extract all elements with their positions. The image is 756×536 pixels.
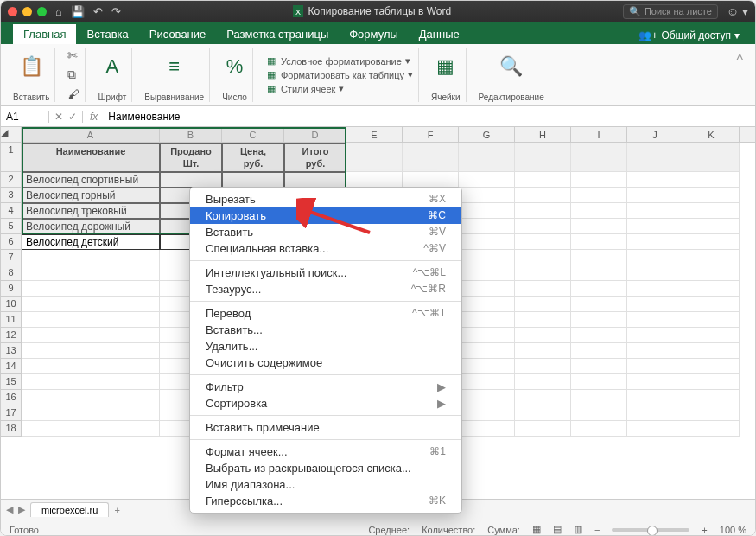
cell[interactable] xyxy=(403,172,459,188)
cell[interactable] xyxy=(515,234,571,250)
zoom-in-button[interactable]: + xyxy=(702,525,707,535)
cell[interactable] xyxy=(22,374,160,390)
save-icon[interactable]: 💾 xyxy=(71,5,85,18)
cell[interactable] xyxy=(683,234,740,250)
cell[interactable] xyxy=(22,359,160,374)
cell[interactable] xyxy=(459,219,515,234)
cell[interactable] xyxy=(571,405,627,421)
cell[interactable] xyxy=(222,172,284,188)
row-header[interactable]: 10 xyxy=(1,297,22,312)
zoom-out-button[interactable]: − xyxy=(594,525,600,535)
col-header[interactable]: C xyxy=(222,127,284,142)
tab-data[interactable]: Данные xyxy=(409,24,470,44)
menu-item[interactable]: Копировать⌘C xyxy=(190,207,461,224)
menu-item[interactable]: Формат ячеек...⌘1 xyxy=(190,443,461,460)
cell[interactable] xyxy=(459,234,515,250)
minimize-icon[interactable] xyxy=(22,7,32,16)
cell[interactable] xyxy=(22,297,160,312)
fx-icon[interactable]: fx xyxy=(83,111,105,123)
col-header[interactable]: K xyxy=(683,127,740,142)
cell[interactable] xyxy=(515,359,571,374)
cell[interactable] xyxy=(571,265,627,281)
cell[interactable] xyxy=(515,328,571,343)
tab-draw[interactable]: Рисование xyxy=(139,24,216,44)
cell[interactable] xyxy=(515,219,571,234)
cell[interactable] xyxy=(22,390,160,405)
cells-group[interactable]: ▦ Ячейки xyxy=(426,48,467,102)
cell[interactable] xyxy=(627,234,683,250)
cell[interactable] xyxy=(571,143,627,172)
cell[interactable] xyxy=(22,312,160,328)
cell[interactable] xyxy=(627,421,683,437)
cell[interactable] xyxy=(571,219,627,234)
cell[interactable] xyxy=(22,421,160,437)
row-header[interactable]: 8 xyxy=(1,265,22,281)
cell[interactable] xyxy=(459,172,515,188)
cell[interactable] xyxy=(627,281,683,297)
cell[interactable] xyxy=(683,390,740,405)
number-group[interactable]: % Число xyxy=(217,48,253,102)
cell[interactable] xyxy=(571,297,627,312)
cell[interactable] xyxy=(683,265,740,281)
share-button[interactable]: 👥+ Общий доступ ▾ xyxy=(632,27,746,44)
cell[interactable] xyxy=(515,250,571,265)
cell[interactable] xyxy=(627,265,683,281)
row-header[interactable]: 13 xyxy=(1,343,22,359)
cell[interactable] xyxy=(515,203,571,219)
cell[interactable]: Велосипед детский xyxy=(22,234,160,250)
paste-group[interactable]: 📋 Вставить xyxy=(8,48,55,102)
cell[interactable] xyxy=(627,359,683,374)
search-input[interactable]: 🔍 Поиск на листе xyxy=(623,4,718,19)
cell[interactable] xyxy=(515,281,571,297)
menu-item[interactable]: Очистить содержимое xyxy=(190,354,461,371)
align-group[interactable]: ≡ Выравнивание xyxy=(139,48,210,102)
cell[interactable] xyxy=(571,281,627,297)
row-header[interactable]: 6 xyxy=(1,234,22,250)
menu-item[interactable]: Вставить⌘V xyxy=(190,224,461,240)
sheet-nav-next[interactable]: ▶ xyxy=(18,504,25,515)
cell[interactable] xyxy=(284,172,346,188)
cell[interactable]: Наименование xyxy=(22,143,160,172)
menu-item[interactable]: Удалить... xyxy=(190,338,461,354)
cell[interactable] xyxy=(571,203,627,219)
row-header[interactable]: 18 xyxy=(1,421,22,437)
sheet-tab[interactable]: microexcel.ru xyxy=(30,502,109,517)
cell[interactable] xyxy=(627,374,683,390)
name-box[interactable]: A1 xyxy=(1,111,49,123)
cell[interactable]: ПроданоШт. xyxy=(160,143,222,172)
close-icon[interactable] xyxy=(8,7,17,16)
tab-layout[interactable]: Разметка страницы xyxy=(216,24,339,44)
cell[interactable] xyxy=(571,312,627,328)
cell[interactable]: Цена,руб. xyxy=(222,143,284,172)
cell[interactable] xyxy=(459,188,515,203)
cell[interactable] xyxy=(22,405,160,421)
cell[interactable] xyxy=(683,343,740,359)
cell[interactable] xyxy=(515,421,571,437)
cell[interactable] xyxy=(571,172,627,188)
menu-item[interactable]: Вырезать⌘X xyxy=(190,191,461,207)
menu-item[interactable]: Фильтр▶ xyxy=(190,379,461,395)
row-header[interactable]: 1 xyxy=(1,143,22,172)
cell[interactable]: Велосипед спортивный xyxy=(22,172,160,188)
undo-icon[interactable]: ↶ xyxy=(93,5,103,18)
cell[interactable] xyxy=(683,281,740,297)
menu-item[interactable]: Перевод^⌥⌘T xyxy=(190,305,461,322)
cancel-icon[interactable]: ✕ xyxy=(54,111,63,123)
row-header[interactable]: 3 xyxy=(1,188,22,203)
cell[interactable] xyxy=(627,203,683,219)
cell[interactable] xyxy=(459,390,515,405)
view-layout-icon[interactable]: ▤ xyxy=(553,524,562,535)
cell[interactable] xyxy=(515,312,571,328)
cell[interactable] xyxy=(627,219,683,234)
cell[interactable] xyxy=(22,281,160,297)
tab-formulas[interactable]: Формулы xyxy=(339,24,409,44)
cell[interactable] xyxy=(683,405,740,421)
view-pagebreak-icon[interactable]: ▥ xyxy=(574,524,582,535)
cell[interactable] xyxy=(459,312,515,328)
cell[interactable] xyxy=(571,188,627,203)
cell[interactable] xyxy=(571,374,627,390)
menu-item[interactable]: Вставить примечание xyxy=(190,419,461,436)
menu-item[interactable]: Сортировка▶ xyxy=(190,395,461,412)
cell[interactable] xyxy=(571,390,627,405)
cell[interactable] xyxy=(459,421,515,437)
